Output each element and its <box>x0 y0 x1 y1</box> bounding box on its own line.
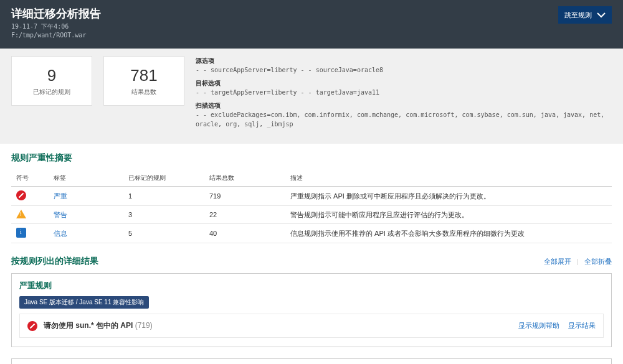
source-options-value: - - sourceAppServer=liberty - - sourceJa… <box>196 65 612 75</box>
cell-desc: 警告规则指示可能中断应用程序且应进行评估的行为更改。 <box>285 206 612 224</box>
divider: | <box>577 258 579 265</box>
severity-link[interactable]: 警告 <box>54 211 67 218</box>
content-area: 规则严重性摘要 符号 标签 已标记的规则 结果总数 描述 严重1719严重规则指… <box>0 144 623 364</box>
stat-total-results: 781 结果总数 <box>103 56 184 106</box>
rule-actions: 显示规则帮助显示结果 <box>510 321 596 330</box>
cell-flagged: 5 <box>123 224 204 243</box>
severity-link[interactable]: 严重 <box>54 192 67 200</box>
scan-options-value: - - excludePackages=com.ibm, com.informi… <box>196 110 612 129</box>
cell-flagged: 1 <box>123 187 204 206</box>
col-flagged: 已标记的规则 <box>123 170 204 187</box>
cell-symbol <box>11 187 49 206</box>
detail-section-title: 按规则列出的详细结果 <box>11 256 98 267</box>
cell-tag: 警告 <box>49 206 123 224</box>
scan-options: 扫描选项 - - excludePackages=com.ibm, com.in… <box>196 101 612 129</box>
header-left: 详细迁移分析报告 19-11-7 下午4:06 F:/tmp/want/ROOT… <box>11 6 101 40</box>
rule-item-count: (719) <box>135 321 153 330</box>
stat-flagged-rules: 9 已标记的规则 <box>11 56 92 106</box>
show-results-link[interactable]: 显示结果 <box>568 322 596 329</box>
rule-item: 请勿使用 sun.* 包中的 API (719)显示规则帮助显示结果 <box>19 314 604 338</box>
stat-number: 9 <box>47 66 56 85</box>
cell-flagged: 3 <box>123 206 204 224</box>
stat-label: 结果总数 <box>131 88 156 96</box>
report-filepath: F:/tmp/want/ROOT.war <box>11 31 101 40</box>
severity-section-title: 规则严重性摘要 <box>11 152 612 164</box>
rule-category-tag: Java SE 版本迁移 / Java SE 11 兼容性影响 <box>19 296 149 309</box>
table-row: 警告322警告规则指示可能中断应用程序且应进行评估的行为更改。 <box>11 206 612 224</box>
warning-icon <box>16 210 26 218</box>
severity-link[interactable]: 信息 <box>54 230 67 237</box>
collapse-all-link[interactable]: 全部折叠 <box>584 258 612 265</box>
target-options: 目标选项 - - targetAppServer=liberty - - tar… <box>196 78 612 97</box>
jump-to-rule-button[interactable]: 跳至规则 <box>558 6 612 24</box>
rule-group: 警告规则Java SE 版本迁移 / Java SE 11 兼容性影响在 JDK… <box>11 358 612 364</box>
options-column: 源选项 - - sourceAppServer=liberty - - sour… <box>196 56 612 133</box>
jump-to-rule-label: 跳至规则 <box>564 11 592 20</box>
target-options-title: 目标选项 <box>196 78 612 88</box>
col-desc: 描述 <box>285 170 612 187</box>
rule-group: 严重规则Java SE 版本迁移 / Java SE 11 兼容性影响请勿使用 … <box>11 273 612 347</box>
cell-results: 719 <box>204 187 285 206</box>
scan-options-title: 扫描选项 <box>196 101 612 110</box>
rule-group-title: 严重规则 <box>19 280 604 291</box>
stat-label: 已标记的规则 <box>33 88 70 96</box>
info-icon <box>16 228 26 238</box>
summary-row: 9 已标记的规则 781 结果总数 源选项 - - sourceAppServe… <box>0 49 623 144</box>
cell-desc: 信息规则指示使用不推荐的 API 或者不会影响大多数应用程序的细微行为更改 <box>285 224 612 243</box>
expand-collapse-links: 全部展开 | 全部折叠 <box>544 257 612 266</box>
cell-desc: 严重规则指示 API 删除或可中断应用程序且必须解决的行为更改。 <box>285 187 612 206</box>
col-symbol: 符号 <box>11 170 49 187</box>
severity-table: 符号 标签 已标记的规则 结果总数 描述 严重1719严重规则指示 API 删除… <box>11 170 612 243</box>
source-options-title: 源选项 <box>196 56 612 65</box>
chevron-down-icon <box>597 10 606 20</box>
cell-symbol <box>11 224 49 243</box>
target-options-value: - - targetAppServer=liberty - - targetJa… <box>196 88 612 97</box>
col-tag: 标签 <box>49 170 123 187</box>
cell-tag: 信息 <box>49 224 123 243</box>
cell-results: 22 <box>204 206 285 224</box>
page-title: 详细迁移分析报告 <box>11 6 101 21</box>
stat-number: 781 <box>130 66 157 85</box>
source-options: 源选项 - - sourceAppServer=liberty - - sour… <box>196 56 612 75</box>
app-header: 详细迁移分析报告 19-11-7 下午4:06 F:/tmp/want/ROOT… <box>0 0 623 49</box>
severe-icon <box>27 321 37 331</box>
rule-item-title: 请勿使用 sun.* 包中的 API (719) <box>44 320 153 331</box>
cell-results: 40 <box>204 224 285 243</box>
report-timestamp: 19-11-7 下午4:06 <box>11 22 101 31</box>
detail-header: 按规则列出的详细结果 全部展开 | 全部折叠 <box>11 256 612 267</box>
show-rule-help-link[interactable]: 显示规则帮助 <box>518 322 559 329</box>
rule-item-left: 请勿使用 sun.* 包中的 API (719) <box>27 320 153 331</box>
table-row: 信息540信息规则指示使用不推荐的 API 或者不会影响大多数应用程序的细微行为… <box>11 224 612 243</box>
cell-tag: 严重 <box>49 187 123 206</box>
table-row: 严重1719严重规则指示 API 删除或可中断应用程序且必须解决的行为更改。 <box>11 187 612 206</box>
expand-all-link[interactable]: 全部展开 <box>544 258 571 265</box>
severe-icon <box>16 190 26 200</box>
cell-symbol <box>11 206 49 224</box>
col-results: 结果总数 <box>204 170 285 187</box>
